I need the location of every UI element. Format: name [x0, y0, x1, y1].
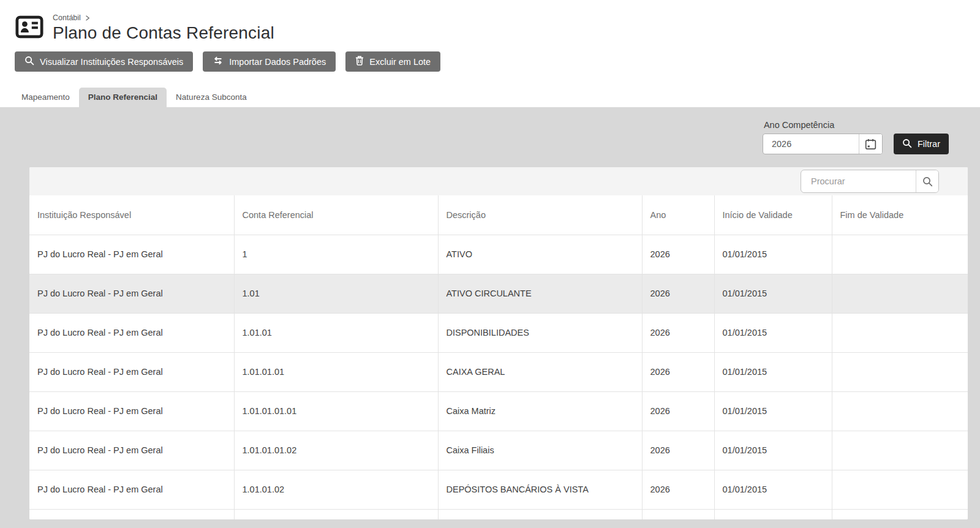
table-body: PJ do Lucro Real - PJ em Geral1ATIVO2026…	[29, 235, 968, 509]
cell-descricao: DISPONIBILIDADES	[438, 313, 642, 352]
ano-competencia-input-group	[763, 134, 883, 154]
table-card: Instituição ResponsávelConta Referencial…	[29, 167, 968, 519]
column-header: Conta Referencial	[234, 195, 438, 235]
excluir-em-lote-button[interactable]: Excluir em Lote	[345, 51, 440, 72]
tab-panel: Ano Competência Filtrar	[0, 107, 980, 528]
cell-instituicao: PJ do Lucro Real - PJ em Geral	[29, 313, 234, 352]
cell-conta: 1.01.01.01.01	[234, 391, 438, 431]
cell-conta: 1.01	[234, 274, 438, 313]
cell-inicio: 01/01/2015	[714, 235, 832, 274]
search-box	[801, 170, 939, 193]
column-header: Fim de Validade	[832, 195, 968, 235]
cell-descricao: Caixa Matriz	[438, 391, 642, 431]
button-label: Importar Dados Padrões	[229, 57, 326, 67]
breadcrumb-item-contabil[interactable]: Contábil	[53, 13, 81, 22]
cell-inicio: 01/01/2015	[714, 313, 832, 352]
tab-natureza-subconta[interactable]: Natureza Subconta	[167, 88, 256, 107]
cell-ano: 2026	[642, 274, 714, 313]
search-icon	[24, 56, 34, 67]
cell-conta: 1	[234, 235, 438, 274]
tab-plano-referencial[interactable]: Plano Referencial	[79, 88, 167, 107]
contact-card-icon	[15, 15, 43, 41]
action-toolbar: Visualizar Instituições Responsáveis Imp…	[15, 51, 980, 72]
cell-inicio: 01/01/2015	[714, 352, 832, 391]
visualizar-instituicoes-button[interactable]: Visualizar Instituições Responsáveis	[15, 51, 193, 72]
cell-fim	[832, 313, 968, 352]
table-header: Instituição ResponsávelConta Referencial…	[29, 195, 968, 235]
cell-inicio: 01/01/2015	[714, 391, 832, 431]
table-row[interactable]: PJ do Lucro Real - PJ em Geral1ATIVO2026…	[29, 235, 968, 274]
table-row[interactable]: PJ do Lucro Real - PJ em Geral1.01.01.01…	[29, 352, 968, 391]
cell-conta: 1.01.01.01	[234, 352, 438, 391]
cell-conta: 1.01.01.01.02	[234, 431, 438, 470]
cell-conta: 1.01.01	[234, 313, 438, 352]
page-title: Plano de Contas Referencial	[53, 23, 274, 43]
search-icon	[902, 138, 912, 150]
cell-fim	[832, 352, 968, 391]
cell-inicio: 01/01/2015	[714, 431, 832, 470]
cell-ano: 2026	[642, 313, 714, 352]
cell-inicio: 01/01/2015	[714, 274, 832, 313]
cell-instituicao: PJ do Lucro Real - PJ em Geral	[29, 391, 234, 431]
table-row[interactable]: PJ do Lucro Real - PJ em Geral1.01.01.02…	[29, 470, 968, 509]
column-header: Início de Validade	[714, 195, 832, 235]
ano-competencia-input[interactable]	[763, 134, 859, 154]
table-row[interactable]: PJ do Lucro Real - PJ em Geral1.01.01.01…	[29, 431, 968, 470]
cell-fim	[832, 235, 968, 274]
chevron-right-icon	[85, 15, 90, 21]
button-label: Filtrar	[918, 139, 940, 149]
trash-icon	[355, 56, 364, 67]
importar-dados-padroes-button[interactable]: Importar Dados Padrões	[203, 51, 336, 72]
cell-instituicao: PJ do Lucro Real - PJ em Geral	[29, 470, 234, 509]
filter-row: Ano Competência Filtrar	[0, 107, 980, 154]
cell-ano: 2026	[642, 235, 714, 274]
cell-conta: 1.01.01.02	[234, 470, 438, 509]
breadcrumb: Contábil	[53, 13, 274, 22]
cell-instituicao: PJ do Lucro Real - PJ em Geral	[29, 235, 234, 274]
calendar-icon[interactable]	[859, 134, 882, 154]
table-row-partial	[29, 509, 968, 519]
page-header: Contábil Plano de Contas Referencial	[0, 0, 980, 43]
cell-ano: 2026	[642, 431, 714, 470]
column-header: Ano	[642, 195, 714, 235]
ano-competencia-label: Ano Competência	[764, 120, 883, 130]
table-row[interactable]: PJ do Lucro Real - PJ em Geral1.01.01.01…	[29, 391, 968, 431]
filtrar-button[interactable]: Filtrar	[894, 134, 949, 154]
tab-mapeamento[interactable]: Mapeamento	[12, 88, 79, 107]
cell-descricao: ATIVO	[438, 235, 642, 274]
cell-instituicao: PJ do Lucro Real - PJ em Geral	[29, 431, 234, 470]
cell-descricao: DEPÓSITOS BANCÁRIOS À VISTA	[438, 470, 642, 509]
search-input[interactable]	[801, 170, 916, 192]
cell-fim	[832, 470, 968, 509]
cell-ano: 2026	[642, 391, 714, 431]
swap-horizontal-icon	[213, 56, 224, 67]
cell-inicio: 01/01/2015	[714, 470, 832, 509]
search-icon[interactable]	[916, 170, 938, 192]
cell-ano: 2026	[642, 352, 714, 391]
button-label: Excluir em Lote	[369, 57, 431, 67]
table-row[interactable]: PJ do Lucro Real - PJ em Geral1.01ATIVO …	[29, 274, 968, 313]
cell-fim	[832, 431, 968, 470]
cell-descricao: CAIXA GERAL	[438, 352, 642, 391]
card-toolbar	[29, 167, 968, 195]
cell-instituicao: PJ do Lucro Real - PJ em Geral	[29, 274, 234, 313]
button-label: Visualizar Instituições Responsáveis	[40, 57, 183, 67]
cell-descricao: Caixa Filiais	[438, 431, 642, 470]
tab-bar: Mapeamento Plano Referencial Natureza Su…	[0, 88, 980, 107]
table-header-row: Instituição ResponsávelConta Referencial…	[29, 195, 968, 235]
cell-instituicao: PJ do Lucro Real - PJ em Geral	[29, 352, 234, 391]
cell-fim	[832, 391, 968, 431]
referential-accounts-table: Instituição ResponsávelConta Referencial…	[29, 195, 968, 519]
column-header: Instituição Responsável	[29, 195, 234, 235]
cell-descricao: ATIVO CIRCULANTE	[438, 274, 642, 313]
cell-fim	[832, 274, 968, 313]
column-header: Descrição	[438, 195, 642, 235]
cell-ano: 2026	[642, 470, 714, 509]
table-row[interactable]: PJ do Lucro Real - PJ em Geral1.01.01DIS…	[29, 313, 968, 352]
